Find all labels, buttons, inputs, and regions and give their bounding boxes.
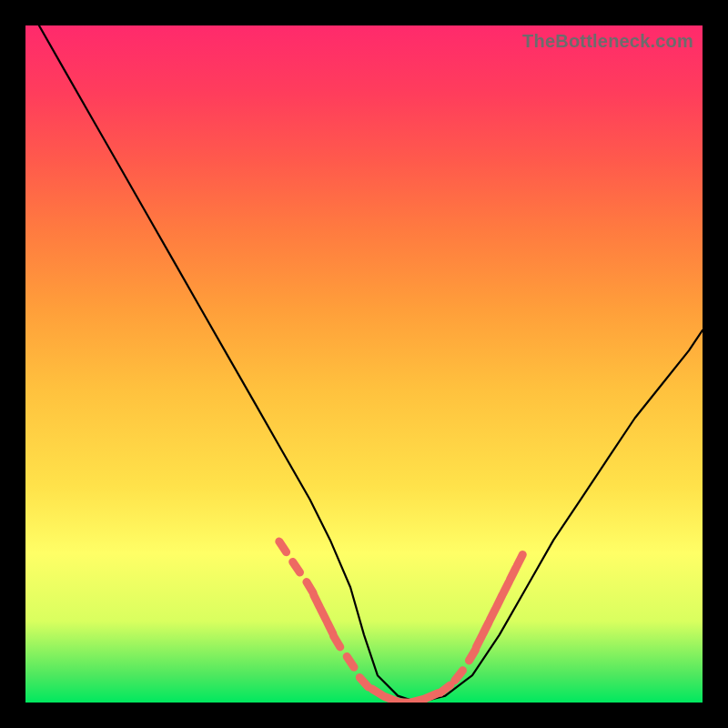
highlight-dot	[476, 636, 481, 648]
bottleneck-curve-path	[39, 25, 703, 703]
chart-plot-area: TheBottleneck.com	[25, 25, 703, 703]
bottleneck-chart	[25, 25, 703, 703]
highlight-dot	[426, 693, 438, 699]
highlight-dot	[359, 677, 368, 687]
highlight-dot	[517, 555, 522, 567]
highlight-dot	[483, 622, 489, 634]
highlight-dot	[320, 609, 326, 621]
highlight-dot	[347, 657, 354, 668]
highlight-dot	[372, 689, 383, 695]
highlight-dot	[490, 609, 495, 621]
highlight-dot	[440, 685, 450, 693]
highlight-dot	[334, 636, 340, 647]
highlight-dot	[307, 582, 313, 593]
highlight-dot	[469, 650, 475, 661]
highlight-dot	[293, 561, 300, 572]
highlight-dot	[279, 541, 287, 552]
chart-frame: TheBottleneck.com	[0, 0, 728, 728]
highlight-dot	[455, 671, 463, 681]
highlight-dot	[511, 568, 516, 580]
highlight-dot	[314, 595, 319, 607]
highlight-markers	[279, 541, 523, 703]
highlight-dot	[497, 595, 502, 607]
highlight-dot	[503, 581, 509, 593]
highlight-dot	[328, 622, 333, 634]
